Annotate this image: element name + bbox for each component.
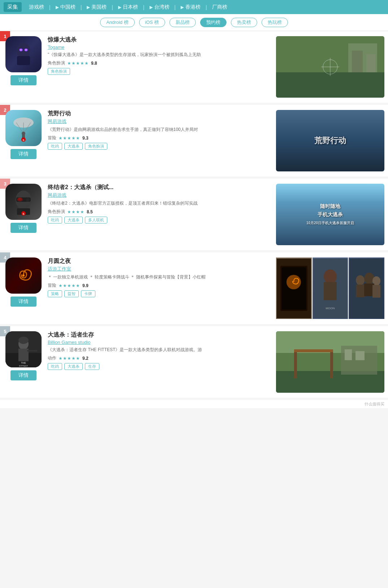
collect-label: 采集 xyxy=(4,2,22,12)
game-category: 冒险 xyxy=(48,282,56,289)
nav-taiwan[interactable]: ▶ 台湾榜 xyxy=(147,3,172,12)
pill-new[interactable]: 新品榜 xyxy=(169,18,196,27)
pill-hot-play[interactable]: 热玩榜 xyxy=(262,18,288,27)
tag[interactable]: 吃鸡 xyxy=(48,143,62,150)
tag[interactable]: 卡牌 xyxy=(81,290,95,297)
stars: ★★★★★ xyxy=(67,61,89,66)
svg-rect-50 xyxy=(372,285,380,298)
game-rating-row: 角色扮演 ★★★★★ 9.8 xyxy=(48,60,272,66)
game-title: 大逃杀：适者生存 xyxy=(48,331,272,339)
svg-point-35 xyxy=(22,274,25,277)
detail-button[interactable]: 详情 xyxy=(10,149,36,159)
arrow-icon: ▶ xyxy=(56,5,59,10)
app-icon-wrap: 详情 xyxy=(4,36,43,85)
game-info: 荒野行动 网易游戏 《荒野行动》是由网易游戏出品的射击求生手游，真正做到了容纳1… xyxy=(48,110,272,150)
game-info: 月圆之夜 适游工作室 ＊ 一款独立单机游戏 ＊ 轻度策略卡牌战斗 ＊ 随机事件探… xyxy=(48,257,272,297)
stars: ★★★★ xyxy=(67,209,85,214)
nav-game-chart[interactable]: 游戏榜 xyxy=(26,3,47,12)
detail-button[interactable]: 详情 xyxy=(10,370,36,380)
tags-row: 角色扮演 xyxy=(48,68,272,75)
game-desc: ＊ 一款独立单机游戏 ＊ 轻度策略卡牌战斗 ＊ 随机事件探索与冒险【背景】小红帽 xyxy=(48,274,272,280)
svg-rect-54 xyxy=(18,349,29,361)
game-developer[interactable]: 网易游戏 xyxy=(48,118,272,125)
pill-hot-sale[interactable]: 热卖榜 xyxy=(231,18,257,27)
game-rating-row: 冒险 ★★★★★ 9.3 xyxy=(48,135,272,141)
arrow-icon: ▶ xyxy=(150,5,153,10)
game-developer[interactable]: 适游工作室 xyxy=(48,266,272,272)
svg-rect-2 xyxy=(17,56,30,65)
game-developer[interactable]: Togame xyxy=(48,44,272,50)
tag[interactable]: 角色扮演 xyxy=(48,68,70,75)
rating-num: 9.3 xyxy=(82,136,89,141)
nav-hongkong[interactable]: ▶ 香港榜 xyxy=(178,3,203,12)
game-item: 5 xyxy=(0,326,388,398)
pill-reservation[interactable]: 预约榜 xyxy=(200,18,227,27)
tags-row: 吃鸡 大逃杀 多人联机 xyxy=(48,217,272,223)
tag[interactable]: 大逃杀 xyxy=(64,143,83,150)
rating-num: 9.8 xyxy=(91,61,97,66)
tag[interactable]: 角色扮演 xyxy=(85,143,107,150)
stars: ★★★★★ xyxy=(59,283,80,288)
svg-rect-65 xyxy=(294,349,297,378)
tag[interactable]: 大逃杀 xyxy=(64,363,83,370)
game-info: 惊爆大逃杀 Togame "《惊爆大逃杀》是一款大逃杀类型的生存游戏，玩家扮演一… xyxy=(48,36,272,75)
rating-num: 9.9 xyxy=(82,283,89,288)
arrow-icon: ▶ xyxy=(118,5,121,10)
svg-text:S: S xyxy=(22,212,25,216)
svg-point-45 xyxy=(356,275,365,285)
game-category: 冒险 xyxy=(48,135,56,141)
tag[interactable]: 策略 xyxy=(48,290,62,297)
rating-num: 9.2 xyxy=(82,356,89,361)
nav-japan[interactable]: ▶ 日本榜 xyxy=(115,3,141,12)
nav-china[interactable]: ▶ 中国榜 xyxy=(53,3,78,12)
detail-button[interactable]: 详情 xyxy=(10,223,36,233)
pill-ios[interactable]: iOS 榜 xyxy=(139,18,165,27)
footer-watermark: 什么值得买 xyxy=(0,400,388,408)
tag[interactable]: 生存 xyxy=(85,363,99,370)
detail-button[interactable]: 详情 xyxy=(10,297,36,307)
tag[interactable]: 多人联机 xyxy=(85,217,107,223)
app-icon-wrap: 详情 xyxy=(4,257,43,307)
tags-row: 策略 益智 卡牌 xyxy=(48,290,272,297)
svg-rect-64 xyxy=(355,351,365,360)
svg-point-30 xyxy=(17,198,23,201)
game-screenshot xyxy=(276,331,384,393)
tag[interactable]: 吃鸡 xyxy=(48,363,62,370)
svg-rect-56 xyxy=(27,350,37,351)
svg-point-6 xyxy=(25,49,27,51)
svg-text:S: S xyxy=(22,139,25,142)
svg-point-55 xyxy=(18,337,29,344)
game-item: 3 xyxy=(0,179,388,250)
svg-text:FITTEST: FITTEST xyxy=(19,365,28,367)
game-category: 角色扮演 xyxy=(48,60,65,66)
pill-android[interactable]: Android 榜 xyxy=(100,18,134,27)
game-title: 惊爆大逃杀 xyxy=(48,36,272,44)
tag[interactable]: 大逃杀 xyxy=(64,217,83,223)
game-screenshot: 荒野行动 xyxy=(276,110,384,171)
game-rating-row: 冒险 ★★★★★ 9.9 xyxy=(48,282,272,289)
tags-row: 吃鸡 大逃杀 角色扮演 xyxy=(48,143,272,150)
stars: ★★★★★ xyxy=(59,136,80,141)
svg-rect-42 xyxy=(324,282,337,300)
stars: ★★★★★ xyxy=(59,356,80,361)
app-icon-wrap: THE FITTEST 详情 xyxy=(4,331,43,380)
game-developer[interactable]: 网易游戏 xyxy=(48,192,272,199)
game-developer[interactable]: Billion Games studio xyxy=(48,340,272,345)
tag[interactable]: 吃鸡 xyxy=(48,217,62,223)
svg-rect-11 xyxy=(366,54,375,72)
svg-point-5 xyxy=(20,49,22,51)
game-list: 1 详情 xyxy=(0,31,388,398)
game-title: 月圆之夜 xyxy=(48,257,272,265)
game-info: 大逃杀：适者生存 Billion Games studio 《大逃杀：适者生存 … xyxy=(48,331,272,370)
svg-rect-48 xyxy=(356,285,365,297)
app-icon xyxy=(5,36,42,72)
detail-button[interactable]: 详情 xyxy=(10,75,36,85)
tag[interactable]: 益智 xyxy=(64,290,79,297)
app-icon: THE FITTEST xyxy=(5,331,42,367)
nav-usa[interactable]: ▶ 美国榜 xyxy=(84,3,109,12)
nav-manufacturer[interactable]: 厂商榜 xyxy=(209,3,230,12)
svg-text:THE: THE xyxy=(21,362,26,364)
app-icon xyxy=(5,257,42,294)
game-rating-row: 动作 ★★★★★ 9.2 xyxy=(48,355,272,361)
game-screenshot xyxy=(276,36,384,98)
